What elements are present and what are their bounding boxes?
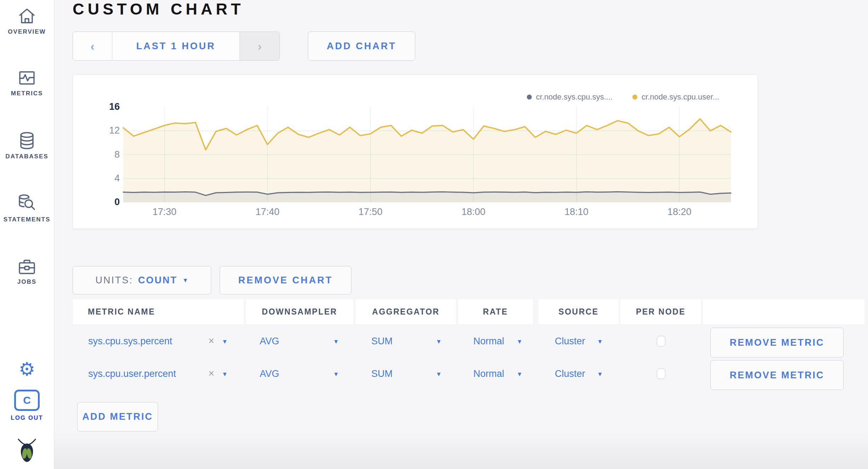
column-header-per-node: PER NODE bbox=[620, 299, 701, 324]
time-range-label[interactable]: LAST 1 HOUR bbox=[112, 32, 239, 60]
chart-card: cr.node.sys.cpu.sys.... cr.node.sys.cpu.… bbox=[73, 74, 758, 229]
caret-down-icon[interactable]: ▼ bbox=[597, 371, 603, 378]
add-chart-button[interactable]: ADD CHART bbox=[308, 32, 415, 61]
x-axis-label: 17:50 bbox=[349, 207, 392, 217]
jobs-icon bbox=[18, 259, 36, 275]
series-color-dot bbox=[527, 95, 532, 100]
chart-legend: cr.node.sys.cpu.sys.... cr.node.sys.cpu.… bbox=[527, 92, 719, 102]
caret-down-icon[interactable]: ▼ bbox=[517, 371, 523, 378]
source-value[interactable]: Cluster bbox=[555, 368, 585, 379]
close-icon[interactable]: × bbox=[208, 335, 214, 347]
settings-button[interactable]: ⚙ bbox=[0, 360, 54, 378]
y-axis-label: 0 bbox=[91, 197, 120, 208]
y-axis-label: 4 bbox=[91, 173, 120, 184]
sidebar-item-label: DATABASES bbox=[0, 153, 54, 160]
caret-down-icon[interactable]: ▼ bbox=[222, 371, 228, 378]
units-value: COUNT bbox=[138, 275, 177, 286]
caret-down-icon[interactable]: ▼ bbox=[436, 338, 442, 345]
sidebar: OVERVIEW METRICS DATABASES bbox=[0, 0, 54, 469]
chevron-right-icon: › bbox=[258, 39, 261, 53]
logout-icon: C bbox=[14, 390, 40, 411]
legend-label: cr.node.sys.cpu.user... bbox=[642, 92, 719, 102]
x-axis-label: 17:40 bbox=[246, 207, 289, 217]
y-axis-label: 12 bbox=[91, 125, 120, 136]
units-dropdown[interactable]: UNITS: COUNT ▼ bbox=[73, 266, 211, 294]
column-header-source: SOURCE bbox=[539, 299, 619, 324]
x-axis-label: 18:10 bbox=[555, 207, 598, 217]
time-range-selector: ‹ LAST 1 HOUR › bbox=[73, 32, 280, 61]
chart-area: cr.node.sys.cpu.sys.... cr.node.sys.cpu.… bbox=[73, 75, 757, 228]
sidebar-item-overview[interactable]: OVERVIEW bbox=[0, 8, 54, 35]
sidebar-item-jobs[interactable]: JOBS bbox=[0, 259, 54, 286]
downsampler-value[interactable]: AVG bbox=[260, 368, 279, 379]
caret-down-icon[interactable]: ▼ bbox=[333, 371, 339, 378]
sidebar-item-label: STATEMENTS bbox=[0, 216, 54, 223]
column-header-metric-name: METRIC NAME bbox=[73, 299, 244, 324]
cockroach-bug-icon bbox=[17, 438, 37, 468]
aggregator-value[interactable]: SUM bbox=[371, 336, 393, 347]
add-metric-button[interactable]: ADD METRIC bbox=[77, 402, 158, 431]
legend-label: cr.node.sys.cpu.sys.... bbox=[536, 92, 613, 102]
caret-down-icon[interactable]: ▼ bbox=[517, 338, 523, 345]
metric-name-value[interactable]: sys.cpu.user.percent bbox=[88, 368, 176, 379]
caret-down-icon: ▼ bbox=[182, 277, 188, 283]
downsampler-value[interactable]: AVG bbox=[260, 336, 279, 347]
gear-icon: ⚙ bbox=[19, 359, 35, 379]
close-icon[interactable]: × bbox=[208, 368, 214, 379]
chevron-left-icon: ‹ bbox=[90, 39, 94, 53]
y-axis-label: 16 bbox=[91, 101, 120, 112]
caret-down-icon[interactable]: ▼ bbox=[333, 338, 339, 345]
per-node-checkbox[interactable] bbox=[657, 368, 665, 379]
logout-label: LOG OUT bbox=[0, 414, 54, 422]
x-axis-label: 17:30 bbox=[143, 207, 186, 217]
cockroach-logo[interactable] bbox=[0, 438, 54, 468]
home-icon bbox=[18, 8, 36, 25]
y-axis-label: 8 bbox=[91, 149, 120, 160]
series-color-dot bbox=[632, 95, 637, 100]
sidebar-item-label: JOBS bbox=[0, 278, 54, 286]
legend-item: cr.node.sys.cpu.sys.... bbox=[527, 92, 613, 102]
page-title: CUSTOM CHART bbox=[73, 0, 244, 18]
caret-down-icon[interactable]: ▼ bbox=[597, 338, 603, 345]
x-axis-label: 18:20 bbox=[658, 207, 701, 217]
statements-icon bbox=[18, 194, 36, 213]
metric-name-value[interactable]: sys.cpu.sys.percent bbox=[88, 336, 172, 347]
custom-chart-page: OVERVIEW METRICS DATABASES bbox=[0, 0, 868, 469]
sidebar-item-statements[interactable]: STATEMENTS bbox=[0, 194, 54, 223]
rate-value[interactable]: Normal bbox=[473, 336, 504, 347]
caret-down-icon[interactable]: ▼ bbox=[436, 371, 442, 378]
rate-value[interactable]: Normal bbox=[473, 368, 504, 379]
sidebar-item-label: METRICS bbox=[0, 90, 54, 97]
sidebar-item-metrics[interactable]: METRICS bbox=[0, 69, 54, 97]
metrics-icon bbox=[18, 69, 36, 86]
caret-down-icon[interactable]: ▼ bbox=[222, 338, 228, 345]
remove-chart-button[interactable]: REMOVE CHART bbox=[220, 266, 351, 294]
column-header-downsampler: DOWNSAMPLER bbox=[246, 299, 353, 324]
column-header-rate: RATE bbox=[458, 299, 533, 324]
per-node-checkbox[interactable] bbox=[657, 336, 665, 346]
remove-metric-button[interactable]: REMOVE METRIC bbox=[710, 328, 844, 357]
column-header-aggregator: AGGREGATOR bbox=[356, 299, 456, 324]
source-value[interactable]: Cluster bbox=[555, 336, 585, 347]
remove-metric-button[interactable]: REMOVE METRIC bbox=[710, 360, 844, 390]
column-header-actions bbox=[703, 299, 864, 324]
time-range-next-button[interactable]: › bbox=[239, 32, 280, 60]
databases-icon bbox=[19, 132, 35, 149]
units-label: UNITS: bbox=[95, 275, 133, 286]
aggregator-value[interactable]: SUM bbox=[371, 368, 393, 379]
sidebar-item-databases[interactable]: DATABASES bbox=[0, 132, 54, 160]
logout-button[interactable]: C LOG OUT bbox=[0, 390, 54, 422]
sidebar-item-label: OVERVIEW bbox=[0, 28, 54, 35]
x-axis-label: 18:00 bbox=[452, 207, 495, 217]
legend-item: cr.node.sys.cpu.user... bbox=[632, 92, 719, 102]
time-range-prev-button[interactable]: ‹ bbox=[73, 32, 112, 60]
